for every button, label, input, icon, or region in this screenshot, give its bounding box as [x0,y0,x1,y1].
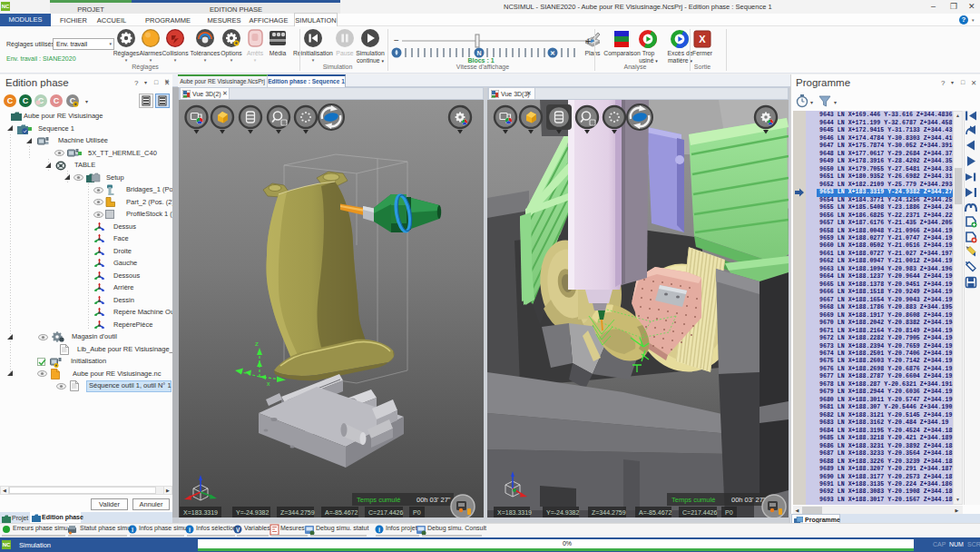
svg-text:i: i [189,527,191,533]
svg-text:i: i [378,527,380,533]
